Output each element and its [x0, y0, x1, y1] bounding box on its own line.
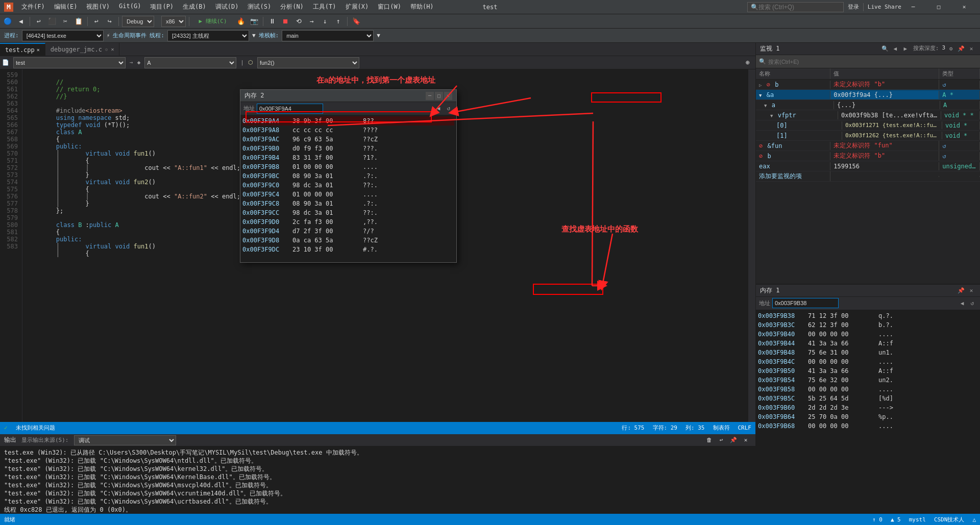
- memory2-addr-input[interactable]: [257, 104, 323, 114]
- output-wrap-btn[interactable]: ↩: [716, 435, 727, 446]
- output-pin-btn[interactable]: 📌: [728, 435, 739, 446]
- memory2-refresh-btn[interactable]: ↺: [444, 104, 453, 113]
- memory1-content[interactable]: 0x003F9B3871 12 3f 00q.?. 0x003F9B3C62 1…: [756, 310, 980, 526]
- watch-cell-name-fun: ⊘ &fun: [756, 142, 830, 150]
- restart-btn[interactable]: ⟲: [293, 16, 304, 27]
- watch-search-bar[interactable]: 🔍: [756, 55, 980, 68]
- output-content[interactable]: test.exe (Win32): 已从路径 C:\Users\S300\Des…: [0, 446, 755, 525]
- title-search[interactable]: 🔍: [747, 2, 844, 12]
- output-clear-btn[interactable]: 🗑: [703, 435, 715, 446]
- login-btn[interactable]: 登录: [848, 3, 859, 11]
- title-search-input[interactable]: [758, 4, 840, 11]
- function-select[interactable]: fun2(): [257, 57, 359, 68]
- menu-tools[interactable]: 工具(T): [309, 1, 340, 13]
- watch-back-btn[interactable]: ◀: [891, 44, 900, 54]
- watch-cell-val-add: [830, 176, 939, 177]
- filter-btn[interactable]: ▼: [252, 32, 256, 39]
- right-panels: 监视 1 🔍 ◀ ▶ 搜索深度: 3 ⚙ 📌 ✕ 🔍: [755, 43, 980, 525]
- tab-test-cpp[interactable]: test.cpp ✕: [0, 43, 45, 56]
- menu-view[interactable]: 视图(V): [82, 1, 114, 13]
- watch-search-input[interactable]: [768, 59, 977, 65]
- watch-close-btn[interactable]: ✕: [967, 44, 976, 54]
- refresh-icon-b2[interactable]: ↺: [942, 153, 946, 160]
- stack-select[interactable]: main: [282, 30, 374, 41]
- minimize-btn[interactable]: ─: [901, 0, 925, 14]
- output-line-7: 线程 0xc828 已退出, 返回值为 0 (0x0)。: [4, 506, 751, 514]
- watch-cell-name-eax: eax: [756, 162, 830, 170]
- stop-btn[interactable]: ⏹: [280, 16, 291, 27]
- tab-test-cpp-close[interactable]: ✕: [37, 47, 40, 53]
- menu-build[interactable]: 生成(B): [179, 1, 210, 13]
- refresh-icon-fun[interactable]: ↺: [942, 142, 946, 149]
- step-over-btn[interactable]: →: [306, 16, 317, 27]
- menu-file[interactable]: 文件(F): [17, 1, 49, 13]
- watch-cell-val-a-addr: 0x00f3f9a4 {...}: [830, 91, 939, 99]
- toolbar-new[interactable]: 🔵: [2, 16, 13, 27]
- memory2-prev-btn[interactable]: ◀: [434, 104, 443, 113]
- process-select[interactable]: [46424] test.exe: [22, 30, 104, 41]
- watch-pin-btn[interactable]: 📌: [957, 44, 966, 54]
- toolbar-redo[interactable]: ↪: [104, 16, 115, 27]
- memory1-prev-btn[interactable]: ◀: [958, 298, 967, 308]
- lifecycle-label: 生命周期事件: [113, 32, 146, 39]
- memory2-content[interactable]: 0x00F3F9A4 38 9b 3f 00 8?? 0x00F3F9A8cc …: [240, 115, 456, 262]
- output-source-select[interactable]: 调试: [74, 435, 176, 445]
- continue-btn[interactable]: ▶ 继续(C): [192, 16, 233, 27]
- mem2-row-1: 0x00F3F9A8cc cc cc cc????: [242, 126, 454, 135]
- menu-help[interactable]: 帮助(H): [406, 1, 438, 13]
- refresh-icon-b[interactable]: ↺: [942, 81, 946, 88]
- watch-cell-name-add[interactable]: 添加要监视的项: [756, 171, 830, 181]
- menu-analyze[interactable]: 分析(N): [276, 1, 308, 13]
- close-btn[interactable]: ✕: [952, 0, 976, 14]
- menu-edit[interactable]: 编辑(E): [50, 1, 82, 13]
- menu-debug[interactable]: 调试(D): [211, 1, 243, 13]
- memory1-addr-input[interactable]: [772, 298, 839, 308]
- mem1-row-8: 0x003F9B5800 00 00 00....: [758, 385, 978, 394]
- editor-scrollbar[interactable]: [748, 69, 755, 422]
- output-close-icon[interactable]: ✕: [740, 435, 751, 446]
- pause-btn[interactable]: ⏸: [266, 16, 278, 27]
- watch-row-add[interactable]: 添加要监视的项: [756, 171, 980, 182]
- menu-extensions[interactable]: 扩展(X): [341, 1, 373, 13]
- bookmark-btn[interactable]: 🔖: [351, 16, 362, 27]
- tab-debugger[interactable]: debugger_jmc.c ⚙ ✕: [45, 43, 120, 56]
- menu-project[interactable]: 项目(P): [146, 1, 178, 13]
- watch-row-a-addr: ▼ &a 0x00f3f9a4 {...} A *: [756, 90, 980, 100]
- toolbar-cut[interactable]: ✂: [60, 16, 71, 27]
- toolbar-save[interactable]: ↩: [33, 16, 44, 27]
- step-into-btn[interactable]: ↓: [320, 16, 331, 27]
- watch-cell-name-a-addr: ▼ &a: [756, 91, 830, 99]
- step-out-btn[interactable]: ↑: [333, 16, 344, 27]
- toolbar-undo[interactable]: ↩: [91, 16, 102, 27]
- live-share-btn[interactable]: Live Share: [868, 4, 901, 10]
- memory1-close-btn[interactable]: ✕: [967, 286, 976, 295]
- screenshot-btn[interactable]: 📷: [249, 16, 260, 27]
- debug-config-select[interactable]: Debug: [122, 16, 154, 27]
- menu-test[interactable]: 测试(S): [243, 1, 275, 13]
- memory2-minimize-btn[interactable]: ─: [426, 92, 434, 100]
- memory2-float-window: 内存 2 ─ □ ✕ 地址 ◀ ↺ 0x00F3F9A4 38 9b 3f 00…: [240, 89, 457, 263]
- menu-git[interactable]: Git(G): [115, 1, 145, 13]
- maximize-btn[interactable]: □: [927, 0, 950, 14]
- stack-expand-btn[interactable]: ▼: [377, 32, 380, 39]
- watch-row-fun: ⊘ &fun 未定义标识符 "fun" ↺: [756, 141, 980, 151]
- toolbar-saveall[interactable]: ⬛: [46, 16, 58, 27]
- memory2-close-btn[interactable]: ✕: [444, 92, 452, 100]
- scope-select[interactable]: test: [13, 57, 126, 68]
- platform-select[interactable]: x86: [161, 16, 186, 27]
- split-editor-btn[interactable]: ⊕: [742, 57, 753, 68]
- memory1-pin-btn[interactable]: 📌: [957, 286, 966, 295]
- toolbar-copy[interactable]: 📋: [73, 16, 84, 27]
- memory2-maximize-btn[interactable]: □: [435, 92, 443, 100]
- tab-debugger-close[interactable]: ✕: [111, 46, 114, 52]
- memory1-refresh-btn[interactable]: ↺: [968, 298, 977, 308]
- watch-search-btn[interactable]: 🔍: [880, 44, 890, 54]
- toolbar-open[interactable]: ◀: [15, 16, 27, 27]
- thread-select[interactable]: [24332] 主线程: [167, 30, 249, 41]
- menu-window[interactable]: 窗口(W): [374, 1, 405, 13]
- hot-reload-btn[interactable]: 🔥: [235, 16, 247, 27]
- output-line-4: "test.exe" (Win32): 已加载 "C:\Windows\SysW…: [4, 481, 751, 489]
- watch-forward-btn[interactable]: ▶: [901, 44, 910, 54]
- watch-settings-btn[interactable]: ⚙: [946, 44, 955, 54]
- location-select[interactable]: A: [144, 57, 236, 68]
